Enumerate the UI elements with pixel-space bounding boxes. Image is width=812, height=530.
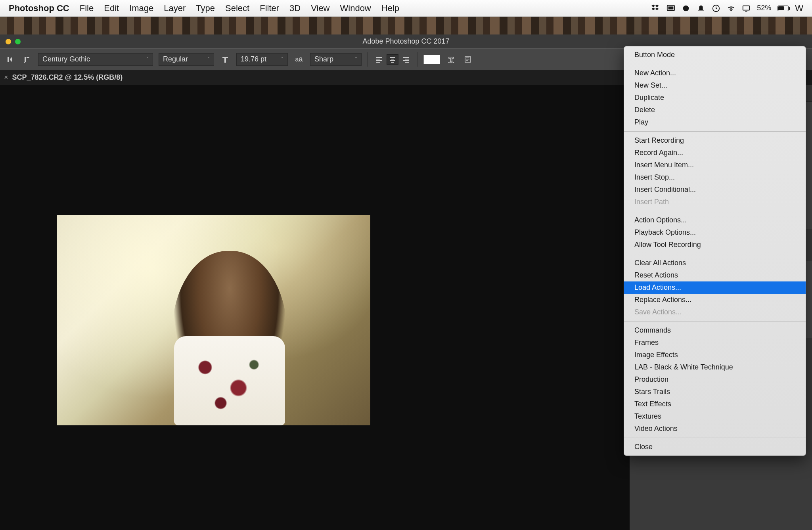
- font-family-dropdown[interactable]: Century Gothic˅: [38, 53, 153, 66]
- menu-item-start-recording[interactable]: Start Recording: [624, 134, 806, 147]
- character-panel-icon[interactable]: [462, 54, 473, 65]
- menu-item-video-actions[interactable]: Video Actions: [624, 423, 806, 435]
- menu-item-lab-black-white-technique[interactable]: LAB - Black & White Technique: [624, 361, 806, 373]
- menu-filter[interactable]: Filter: [260, 3, 279, 13]
- font-family-value: Century Gothic: [42, 55, 90, 63]
- system-tray: 52% W: [651, 3, 803, 13]
- menu-3d[interactable]: 3D: [289, 3, 301, 13]
- menu-item-textures[interactable]: Textures: [624, 410, 806, 423]
- menu-type[interactable]: Type: [196, 3, 215, 13]
- align-right-button[interactable]: [400, 54, 412, 65]
- menu-item-record-again[interactable]: Record Again...: [624, 147, 806, 159]
- menu-item-insert-path: Insert Path: [624, 196, 806, 208]
- menu-item-image-effects[interactable]: Image Effects: [624, 349, 806, 361]
- antialias-value: Sharp: [314, 55, 333, 63]
- menu-edit[interactable]: Edit: [104, 3, 119, 13]
- menu-help[interactable]: Help: [381, 3, 399, 13]
- window-title: Adobe Photoshop CC 2017: [362, 37, 449, 46]
- menu-item-action-options[interactable]: Action Options...: [624, 214, 806, 226]
- mac-menubar: Photoshop CC File Edit Image Layer Type …: [0, 0, 812, 17]
- zoom-button[interactable]: [15, 39, 21, 44]
- menu-item-insert-conditional[interactable]: Insert Conditional...: [624, 184, 806, 196]
- traffic-lights[interactable]: [0, 39, 21, 44]
- menu-item-delete[interactable]: Delete: [624, 104, 806, 116]
- menu-item-clear-all-actions[interactable]: Clear All Actions: [624, 257, 806, 269]
- menu-select[interactable]: Select: [225, 3, 249, 13]
- menu-item-playback-options[interactable]: Playback Options...: [624, 226, 806, 239]
- menu-item-reset-actions[interactable]: Reset Actions: [624, 269, 806, 281]
- creative-cloud-icon[interactable]: [682, 4, 690, 13]
- menu-item-new-set[interactable]: New Set...: [624, 79, 806, 92]
- tool-preset-icon[interactable]: [5, 54, 16, 65]
- menu-view[interactable]: View: [311, 3, 329, 13]
- menu-item-close[interactable]: Close: [624, 441, 806, 453]
- menu-item-commands[interactable]: Commands: [624, 324, 806, 337]
- close-tab-button[interactable]: ×: [0, 73, 12, 82]
- menu-file[interactable]: File: [80, 3, 94, 13]
- battery-icon[interactable]: [778, 6, 789, 11]
- orientation-icon[interactable]: [21, 54, 33, 65]
- menu-item-production[interactable]: Production: [624, 373, 806, 386]
- menu-item-replace-actions[interactable]: Replace Actions...: [624, 294, 806, 306]
- align-left-button[interactable]: [373, 54, 385, 65]
- menu-layer[interactable]: Layer: [164, 3, 186, 13]
- text-align-group: [373, 54, 412, 65]
- extra-indicator: W: [795, 3, 803, 13]
- menu-item-text-effects[interactable]: Text Effects: [624, 398, 806, 410]
- mission-control-icon[interactable]: [666, 4, 675, 13]
- wifi-icon[interactable]: [727, 4, 735, 13]
- font-weight-dropdown[interactable]: Regular˅: [159, 53, 214, 66]
- menu-item-insert-stop[interactable]: Insert Stop...: [624, 171, 806, 184]
- align-center-button[interactable]: [387, 54, 398, 65]
- font-weight-value: Regular: [163, 55, 188, 63]
- dropbox-icon[interactable]: [651, 4, 660, 13]
- menu-item-duplicate[interactable]: Duplicate: [624, 92, 806, 104]
- document-tab[interactable]: SCP_7826.CR2 @ 12.5% (RGB/8): [12, 73, 123, 82]
- menu-item-save-actions: Save Actions...: [624, 306, 806, 318]
- menu-item-play[interactable]: Play: [624, 116, 806, 128]
- svg-rect-4: [465, 57, 471, 62]
- app-name: Photoshop CC: [9, 3, 69, 13]
- antialias-dropdown[interactable]: Sharp˅: [310, 53, 362, 66]
- menu-image[interactable]: Image: [129, 3, 153, 13]
- menu-item-load-actions[interactable]: Load Actions...: [624, 281, 806, 294]
- battery-percent: 52%: [757, 4, 771, 12]
- actions-context-menu[interactable]: Button ModeNew Action...New Set...Duplic…: [624, 46, 806, 456]
- menu-window[interactable]: Window: [340, 3, 371, 13]
- menu-item-button-mode[interactable]: Button Mode: [624, 49, 806, 61]
- svg-rect-1: [668, 6, 674, 9]
- menu-item-frames[interactable]: Frames: [624, 337, 806, 349]
- font-size-icon: [220, 54, 231, 65]
- font-size-value: 19.76 pt: [241, 55, 266, 63]
- text-color-swatch[interactable]: [423, 55, 440, 64]
- notification-icon[interactable]: [697, 4, 705, 13]
- antialias-label-icon: aa: [293, 54, 304, 65]
- application-frame-decoration: [0, 17, 812, 34]
- menu-item-insert-menu-item[interactable]: Insert Menu Item...: [624, 159, 806, 171]
- svg-rect-3: [743, 6, 750, 10]
- font-size-dropdown[interactable]: 19.76 pt˅: [236, 53, 288, 66]
- display-icon[interactable]: [742, 4, 751, 13]
- warp-text-icon[interactable]: [446, 54, 457, 65]
- canvas-image[interactable]: [57, 215, 370, 425]
- time-machine-icon[interactable]: [712, 4, 720, 13]
- minimize-button[interactable]: [6, 39, 11, 44]
- menu-item-allow-tool-recording[interactable]: Allow Tool Recording: [624, 239, 806, 251]
- menu-item-stars-trails[interactable]: Stars Trails: [624, 386, 806, 398]
- menu-item-new-action[interactable]: New Action...: [624, 67, 806, 79]
